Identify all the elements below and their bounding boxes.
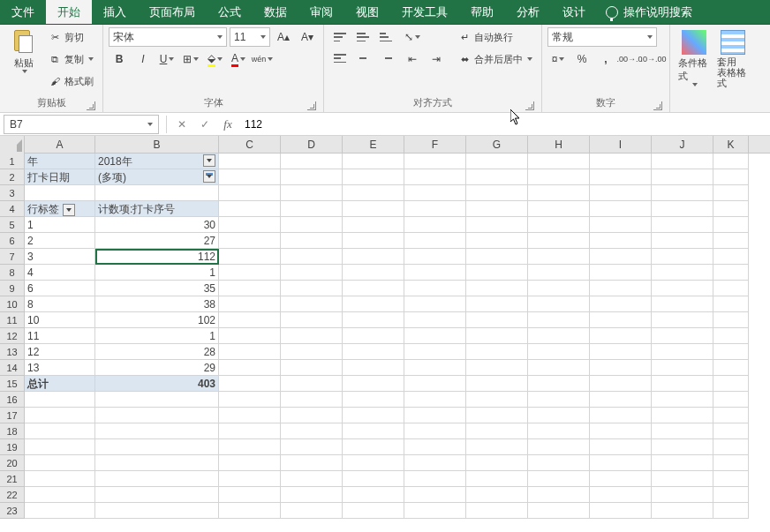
- cell[interactable]: [343, 439, 404, 455]
- cell[interactable]: [528, 185, 590, 201]
- cell[interactable]: [219, 312, 281, 328]
- dialog-launcher-icon[interactable]: [87, 101, 95, 110]
- pivot-row-value[interactable]: 29: [95, 360, 219, 376]
- cell[interactable]: [652, 376, 713, 392]
- cell[interactable]: [404, 471, 466, 487]
- cell[interactable]: [652, 217, 713, 233]
- cell[interactable]: [713, 503, 749, 519]
- cell[interactable]: [652, 169, 713, 185]
- pivot-row-label[interactable]: 3: [25, 249, 95, 265]
- pivot-row-value[interactable]: 35: [95, 281, 219, 296]
- row-header[interactable]: 15: [0, 376, 25, 392]
- cell[interactable]: [281, 296, 343, 312]
- dialog-launcher-icon[interactable]: [525, 101, 534, 110]
- cell[interactable]: [466, 360, 528, 376]
- cell[interactable]: [590, 408, 652, 423]
- row-header[interactable]: 19: [0, 439, 25, 455]
- cell[interactable]: [281, 360, 343, 376]
- cell[interactable]: [713, 281, 749, 296]
- pivot-row-label[interactable]: 1: [25, 217, 95, 233]
- cell[interactable]: [590, 487, 652, 503]
- cell[interactable]: [590, 265, 652, 281]
- cell[interactable]: [590, 154, 652, 169]
- cell[interactable]: [466, 408, 528, 423]
- cell[interactable]: [713, 296, 749, 312]
- cell[interactable]: [404, 392, 466, 408]
- cell[interactable]: [404, 217, 466, 233]
- cell[interactable]: [590, 217, 652, 233]
- wrap-text-button[interactable]: ↵ 自动换行: [454, 27, 536, 47]
- pivot-row-value[interactable]: 1: [95, 265, 219, 281]
- cell[interactable]: [219, 201, 281, 217]
- cell[interactable]: [466, 455, 528, 471]
- dialog-launcher-icon[interactable]: [653, 101, 662, 110]
- cell[interactable]: [281, 376, 343, 392]
- cell[interactable]: [466, 169, 528, 185]
- cell[interactable]: [219, 392, 281, 408]
- cell[interactable]: [590, 169, 652, 185]
- cell[interactable]: [404, 249, 466, 265]
- pivot-row-value[interactable]: 38: [95, 296, 219, 312]
- cell[interactable]: [528, 439, 590, 455]
- cell[interactable]: [95, 423, 219, 439]
- cell[interactable]: [528, 487, 590, 503]
- cell[interactable]: [652, 392, 713, 408]
- cell[interactable]: [528, 328, 590, 344]
- cell[interactable]: [95, 471, 219, 487]
- cell[interactable]: [528, 360, 590, 376]
- cell[interactable]: [713, 392, 749, 408]
- cell[interactable]: [281, 249, 343, 265]
- cell[interactable]: [713, 423, 749, 439]
- cell[interactable]: [95, 392, 219, 408]
- row-header[interactable]: 23: [0, 503, 25, 519]
- cell[interactable]: [343, 265, 404, 281]
- cell[interactable]: [343, 392, 404, 408]
- cell[interactable]: [590, 360, 652, 376]
- cell[interactable]: [404, 281, 466, 296]
- cell[interactable]: [528, 312, 590, 328]
- cell[interactable]: [219, 503, 281, 519]
- row-header[interactable]: 5: [0, 217, 25, 233]
- cell[interactable]: [404, 185, 466, 201]
- row-header[interactable]: 3: [0, 185, 25, 201]
- cell[interactable]: [404, 423, 466, 439]
- name-box[interactable]: B7: [4, 115, 159, 134]
- cell[interactable]: [25, 408, 95, 423]
- cell[interactable]: [466, 201, 528, 217]
- cell[interactable]: [528, 169, 590, 185]
- pivot-row-label[interactable]: 6: [25, 281, 95, 296]
- cell[interactable]: [528, 503, 590, 519]
- cell[interactable]: [25, 455, 95, 471]
- cell[interactable]: [281, 185, 343, 201]
- dialog-launcher-icon[interactable]: [307, 101, 316, 110]
- comma-format-button[interactable]: ,: [595, 49, 616, 69]
- cell[interactable]: [590, 455, 652, 471]
- cell[interactable]: [590, 423, 652, 439]
- column-header-F[interactable]: F: [404, 136, 466, 153]
- cell[interactable]: [219, 408, 281, 423]
- cell[interactable]: [343, 296, 404, 312]
- cell[interactable]: [713, 408, 749, 423]
- format-painter-button[interactable]: 🖌 格式刷: [44, 71, 97, 91]
- cell[interactable]: [281, 201, 343, 217]
- cell[interactable]: [713, 328, 749, 344]
- cell[interactable]: [219, 423, 281, 439]
- cell[interactable]: [590, 328, 652, 344]
- pivot-row-label[interactable]: 2: [25, 233, 95, 249]
- cell[interactable]: [466, 439, 528, 455]
- cell[interactable]: [466, 328, 528, 344]
- cell[interactable]: [652, 344, 713, 360]
- cell[interactable]: [25, 503, 95, 519]
- decrease-decimal-button[interactable]: .0→.00: [643, 49, 664, 69]
- row-header[interactable]: 9: [0, 281, 25, 296]
- pivot-filter-date-label[interactable]: 打卡日期: [25, 169, 95, 185]
- cell[interactable]: [590, 471, 652, 487]
- cell[interactable]: [590, 392, 652, 408]
- cell[interactable]: [590, 376, 652, 392]
- insert-function-button[interactable]: fx: [216, 115, 239, 134]
- pivot-row-value[interactable]: 28: [95, 344, 219, 360]
- cell[interactable]: [219, 328, 281, 344]
- cell[interactable]: [713, 439, 749, 455]
- cell[interactable]: [652, 265, 713, 281]
- column-header-C[interactable]: C: [219, 136, 281, 153]
